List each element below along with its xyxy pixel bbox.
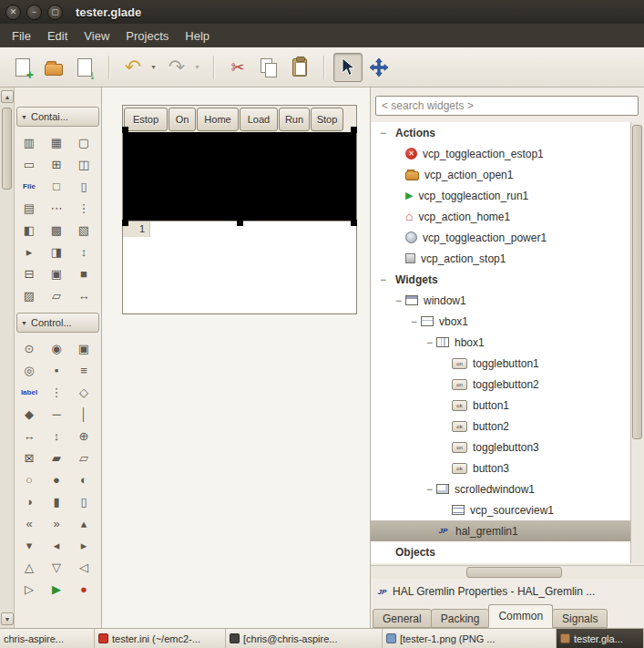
selection-handle[interactable] [237,220,243,226]
tree-row-vcp-toggleaction-run1[interactable]: ▶vcp_toggleaction_run1 [371,185,630,206]
tab-general[interactable]: General [373,609,432,628]
palette-item[interactable]: ▯ [70,490,97,512]
palette-item[interactable]: ≡ [70,359,97,381]
copy-button[interactable] [254,53,283,82]
palette-item[interactable]: ■ [70,262,97,284]
tree-row-scrolledwindow1[interactable]: −scrolledwindow1 [371,478,630,499]
tree-row-hal-gremlin1[interactable]: JPhal_gremlin1 [371,520,630,541]
undo-dropdown-arrow[interactable]: ▾ [148,63,158,71]
taskbar-item-3[interactable]: [chris@chris-aspire... [226,629,383,648]
redo-button[interactable]: ↷ [162,53,191,82]
palette-scrollbar[interactable]: ▲ ▼ [0,87,15,628]
tree-row-vcp-action-open1[interactable]: vcp_action_open1 [371,164,630,185]
tree-row-button3[interactable]: okbutton3 [371,458,630,478]
tree-row-hbox1[interactable]: −hbox1 [371,332,630,353]
menu-help[interactable]: Help [177,26,218,46]
design-canvas[interactable]: EstopOnHomeLoadRunStop 1 [102,87,371,628]
palette-item[interactable]: ▯ [70,175,97,197]
selection-handle[interactable] [351,220,357,226]
palette-item[interactable]: ⋯ [43,197,70,219]
tab-signals[interactable]: Signals [552,609,608,628]
palette-item[interactable]: File [15,175,43,197]
palette-item[interactable]: ↕ [43,425,70,447]
palette-item[interactable]: ▢ [70,131,97,153]
palette-item[interactable]: label [15,381,43,403]
redo-dropdown-arrow[interactable]: ▾ [192,63,202,71]
paste-button[interactable] [285,53,314,82]
palette-item[interactable]: ▥ [15,131,43,153]
save-button[interactable] [70,53,99,82]
palette-item[interactable]: ○ [15,468,43,490]
tree-row-vcp-action-home1[interactable]: ⌂vcp_action_home1 [371,206,630,227]
tree-row-window1[interactable]: −window1 [371,290,630,311]
palette-item[interactable]: « [15,512,43,534]
tree-row-objects[interactable]: Objects [371,541,630,562]
tree-vscroll-thumb[interactable] [632,125,642,439]
palette-item[interactable]: ▦ [43,131,70,153]
tree-row-button2[interactable]: okbutton2 [371,416,630,437]
palette-item[interactable]: ▱ [70,447,97,468]
palette-item[interactable]: ▨ [15,284,43,306]
palette-item[interactable]: ◉ [43,337,70,359]
tree-vertical-scrollbar[interactable] [630,122,644,563]
tree-row-togglebutton1[interactable]: ontogglebutton1 [371,353,630,374]
palette-section-contai-[interactable]: ▼Contai... [16,107,99,127]
palette-item[interactable]: ↔ [15,425,43,447]
selection-handle[interactable] [351,127,357,133]
tree-row-togglebutton3[interactable]: ontogglebutton3 [371,437,630,458]
palette-item[interactable]: ⋮ [70,197,97,219]
tab-packing[interactable]: Packing [431,609,490,628]
scroll-down-icon[interactable]: ▼ [1,612,14,625]
expander-icon[interactable]: − [407,315,421,328]
palette-section-control-[interactable]: ▼Control... [16,313,99,333]
palette-item[interactable]: » [43,512,70,534]
menu-file[interactable]: File [4,26,39,46]
taskbar-item-1[interactable]: chris-aspire... [0,629,95,648]
undo-button[interactable]: ↶ [118,53,148,82]
palette-item[interactable]: ▧ [70,219,97,241]
menu-edit[interactable]: Edit [39,26,76,46]
palette-scrollbar-thumb[interactable] [2,108,12,190]
tree-row-vcp-action-stop1[interactable]: vcp_action_stop1 [371,248,630,269]
selector-button[interactable] [333,53,363,82]
tree-row-vbox1[interactable]: −vbox1 [371,311,630,332]
palette-item[interactable]: ▪ [43,359,70,381]
palette-item[interactable]: ─ [43,403,70,425]
palette-item[interactable]: ▸ [15,241,43,262]
designed-window[interactable]: EstopOnHomeLoadRunStop 1 [122,105,357,314]
palette-item[interactable]: ⊠ [15,447,43,468]
palette-item[interactable]: ● [70,578,97,600]
taskbar-item-4[interactable]: [tester-1.png (PNG ... [383,629,557,648]
palette-item[interactable]: ◐ [70,468,97,490]
design-button-on[interactable]: On [169,108,196,131]
window-close-button[interactable]: ✕ [5,5,21,20]
palette-item[interactable]: ◫ [70,153,97,175]
palette-item[interactable]: ▽ [43,556,70,578]
palette-item[interactable]: ⋮ [43,381,70,403]
expander-icon[interactable]: − [423,483,436,496]
tree-row-actions[interactable]: −Actions [371,122,630,143]
new-button[interactable] [8,53,37,82]
palette-item[interactable]: ↕ [70,241,97,262]
design-button-estop[interactable]: Estop [124,108,168,131]
taskbar-item-2[interactable]: tester.ini (~/emc2-... [95,629,226,648]
palette-item[interactable]: ◨ [43,241,70,262]
open-button[interactable] [39,53,68,82]
palette-item[interactable]: ◎ [15,359,43,381]
expander-icon[interactable]: − [392,294,405,307]
palette-item[interactable]: ▷ [15,578,43,600]
palette-item[interactable]: │ [70,403,97,425]
tree-row-vcp-sourceview1[interactable]: vcp_sourceview1 [371,499,630,520]
palette-item[interactable]: ◇ [70,381,97,403]
design-button-stop[interactable]: Stop [311,108,343,131]
palette-item[interactable]: ▾ [15,534,43,556]
palette-item[interactable]: ◂ [43,534,70,556]
palette-item[interactable]: ◆ [15,403,43,425]
taskbar-item-5[interactable]: tester.gla... [557,629,644,648]
cut-button[interactable]: ✂ [223,53,252,82]
design-button-run[interactable]: Run [279,108,310,131]
window-maximize-button[interactable]: ▢ [47,5,63,20]
sourceview-preview[interactable]: 1 [123,221,356,313]
tree-horizontal-scrollbar[interactable] [371,565,644,579]
palette-item[interactable]: ⊙ [15,337,43,359]
